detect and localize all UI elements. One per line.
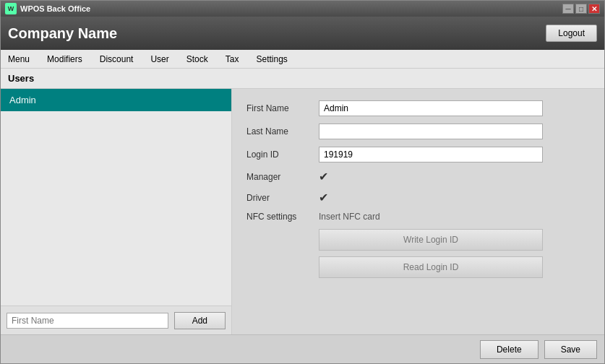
company-name: Company Name xyxy=(8,25,546,42)
right-panel: First Name Last Name Login ID Manager ✔ … xyxy=(232,89,604,334)
titlebar-title: WPOS Back Office xyxy=(20,4,562,13)
close-button[interactable]: ✕ xyxy=(588,4,600,14)
manager-row: Manager ✔ xyxy=(246,170,590,183)
login-id-row: Login ID xyxy=(246,147,590,162)
read-login-button[interactable]: Read Login ID xyxy=(319,256,543,278)
first-name-field[interactable] xyxy=(319,100,543,116)
titlebar: W WPOS Back Office ─ □ ✕ xyxy=(1,1,604,17)
nfc-label: NFC settings xyxy=(246,212,319,222)
section-title: Users xyxy=(8,73,34,84)
main-window: W WPOS Back Office ─ □ ✕ Company Name Lo… xyxy=(0,0,605,364)
login-id-field[interactable] xyxy=(319,147,543,162)
nfc-row: NFC settings Insert NFC card xyxy=(246,212,590,222)
logout-button[interactable]: Logout xyxy=(546,25,597,42)
menu-item-discount[interactable]: Discount xyxy=(97,53,137,66)
driver-row: Driver ✔ xyxy=(246,191,590,204)
main-content: Admin Add First Name Last Name Login ID xyxy=(1,89,604,334)
manager-checkbox[interactable]: ✔ xyxy=(319,170,328,183)
header: Company Name Logout xyxy=(1,17,604,50)
manager-label: Manager xyxy=(246,172,319,182)
driver-checkbox[interactable]: ✔ xyxy=(319,191,328,204)
bottom-bar: Delete Save xyxy=(1,334,604,363)
first-name-label: First Name xyxy=(246,103,319,113)
menu-item-modifiers[interactable]: Modifiers xyxy=(44,53,85,66)
last-name-row: Last Name xyxy=(246,124,590,139)
maximize-button[interactable]: □ xyxy=(575,4,587,14)
login-id-label: Login ID xyxy=(246,150,319,160)
section-header: Users xyxy=(1,69,604,89)
user-list: Admin xyxy=(1,89,231,306)
write-login-button[interactable]: Write Login ID xyxy=(319,229,543,251)
nfc-text: Insert NFC card xyxy=(319,212,380,222)
menu-item-tax[interactable]: Tax xyxy=(223,53,242,66)
last-name-field[interactable] xyxy=(319,124,543,139)
user-item[interactable]: Admin xyxy=(1,89,231,111)
menu-item-user[interactable]: User xyxy=(147,53,171,66)
driver-label: Driver xyxy=(246,193,319,203)
user-item-name: Admin xyxy=(9,95,36,105)
last-name-label: Last Name xyxy=(246,126,319,136)
app-icon: W xyxy=(5,3,17,14)
menu-item-settings[interactable]: Settings xyxy=(253,53,290,66)
first-name-input[interactable] xyxy=(7,313,168,329)
save-button[interactable]: Save xyxy=(544,340,597,359)
menu-item-stock[interactable]: Stock xyxy=(184,53,211,66)
left-footer: Add xyxy=(1,306,231,334)
delete-button[interactable]: Delete xyxy=(480,340,539,359)
add-button[interactable]: Add xyxy=(174,312,226,329)
window-controls: ─ □ ✕ xyxy=(562,4,600,14)
minimize-button[interactable]: ─ xyxy=(562,4,574,14)
first-name-row: First Name xyxy=(246,100,590,116)
menubar: Menu Modifiers Discount User Stock Tax S… xyxy=(1,50,604,69)
menu-item-menu[interactable]: Menu xyxy=(5,53,33,66)
left-panel: Admin Add xyxy=(1,89,232,334)
